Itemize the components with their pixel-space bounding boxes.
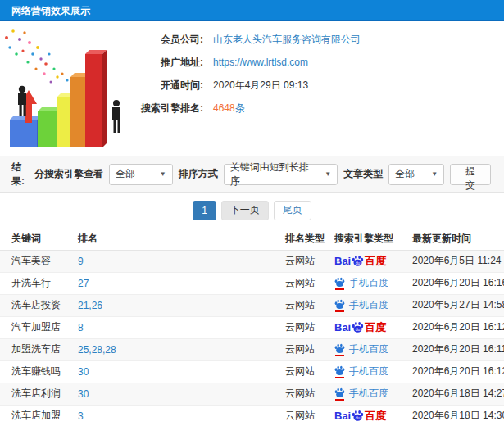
table-header-row: 关键词 排名 排名类型 搜索引擎类型 最新更新时间	[0, 228, 504, 250]
rank-type-cell: 云网站	[285, 338, 334, 360]
col-header-keyword: 关键词	[0, 228, 78, 250]
table-row: 洗车店投资 21,26 云网站 手机百度 2020年5月27日 14:58	[0, 294, 504, 316]
promo-url-link[interactable]: https://www.lrtlsd.com	[213, 57, 308, 68]
rank-type-cell: 云网站	[285, 294, 334, 316]
rank-link[interactable]: 8	[78, 322, 84, 333]
col-header-updated: 最新更新时间	[412, 228, 504, 250]
svg-text:du: du	[356, 327, 361, 332]
baidu-paw-icon	[334, 387, 345, 401]
updated-cell: 2020年6月18日 14:27	[412, 383, 504, 405]
info-row-member: 会员公司: 山东老人头汽车服务咨询有限公司	[139, 28, 504, 51]
rank-type-cell: 云网站	[285, 250, 334, 272]
updated-cell: 2020年6月18日 14:30	[412, 405, 504, 426]
baidu-paw-icon	[334, 365, 345, 378]
engine-rank-label: 搜索引擎排名:	[139, 102, 203, 116]
info-row-open-time: 开通时间: 2020年4月29日 09:13	[139, 74, 504, 97]
mobile-baidu-badge: 手机百度	[334, 298, 388, 312]
chevron-down-icon: ▼	[431, 170, 438, 178]
info-panel: 会员公司: 山东老人头汽车服务咨询有限公司 推广地址: https://www.…	[139, 21, 504, 156]
sort-select[interactable]: 关键词由短到长排序 ▼	[224, 164, 338, 185]
chevron-down-icon: ▼	[160, 170, 166, 178]
filter-controls: 分搜索引擎查看 全部 ▼ 排序方式 关键词由短到长排序 ▼ 文章类型 全部 ▼ …	[34, 164, 493, 185]
baidu-paw-icon	[334, 299, 345, 312]
engine-filter-value: 全部	[116, 167, 135, 181]
keyword-cell: 汽车加盟店	[0, 316, 78, 338]
page-1-button[interactable]: 1	[193, 201, 216, 220]
result-label: 结果:	[11, 161, 34, 188]
engine-filter-select[interactable]: 全部 ▼	[109, 164, 173, 185]
rank-type-cell: 云网站	[285, 272, 334, 294]
baidu-paw-icon: du	[352, 255, 364, 267]
member-company-label: 会员公司:	[139, 33, 203, 47]
keyword-cell: 洗车店投资	[0, 294, 78, 316]
chevron-down-icon: ▼	[325, 170, 331, 178]
rank-link[interactable]: 27	[78, 278, 89, 289]
rank-link[interactable]: 9	[78, 256, 84, 267]
table-row: 洗车店加盟 3 云网站 Baidu百度 2020年6月18日 14:30	[0, 405, 504, 426]
table-row: 开洗车行 27 云网站 手机百度 2020年6月20日 16:16	[0, 272, 504, 294]
rank-link[interactable]: 30	[78, 388, 89, 400]
bar-red	[85, 50, 107, 147]
rank-link[interactable]: 21,26	[78, 300, 102, 311]
rank-link[interactable]: 25,28,28	[78, 344, 116, 356]
mobile-baidu-badge: 手机百度	[334, 342, 388, 356]
engine-filter-label: 分搜索引擎查看	[34, 167, 103, 181]
updated-cell: 2020年6月20日 16:12	[412, 316, 504, 338]
filter-bar: 结果: 分搜索引擎查看 全部 ▼ 排序方式 关键词由短到长排序 ▼ 文章类型 全…	[0, 156, 504, 193]
mobile-baidu-badge: 手机百度	[334, 365, 388, 378]
pagination: 1 下一页 尾页	[0, 193, 504, 228]
baidu-paw-icon	[334, 277, 345, 290]
updated-cell: 2020年6月20日 16:12	[412, 360, 504, 383]
article-type-select[interactable]: 全部 ▼	[388, 164, 444, 185]
results-table: 关键词 排名 排名类型 搜索引擎类型 最新更新时间 汽车美容 9 云网站 Bai…	[0, 228, 504, 426]
rank-type-cell: 云网站	[285, 383, 334, 405]
engine-rank-unit: 条	[235, 102, 245, 114]
rank-link[interactable]: 3	[78, 410, 84, 422]
next-page-button[interactable]: 下一页	[221, 201, 269, 220]
table-row: 洗车赚钱吗 30 云网站 手机百度 2020年6月20日 16:12	[0, 360, 504, 383]
rank-type-cell: 云网站	[285, 360, 334, 383]
engine-rank-count: 4648	[213, 102, 235, 114]
sort-label: 排序方式	[179, 167, 218, 181]
col-header-rank-type: 排名类型	[285, 228, 334, 250]
svg-text:du: du	[356, 415, 361, 420]
svg-text:du: du	[356, 261, 361, 265]
col-header-engine-type: 搜索引擎类型	[334, 228, 412, 250]
baidu-paw-icon: du	[352, 321, 364, 333]
sort-value: 关键词由短到长排序	[230, 161, 319, 188]
last-page-button[interactable]: 尾页	[274, 201, 311, 220]
person-left	[18, 86, 26, 116]
updated-cell: 2020年6月20日 16:11	[412, 338, 504, 360]
baidu-logo: Baidu百度	[334, 321, 386, 333]
member-company-link[interactable]: 山东老人头汽车服务咨询有限公司	[213, 34, 361, 45]
submit-button[interactable]: 提交	[450, 164, 491, 185]
table-row: 汽车加盟店 8 云网站 Baidu百度 2020年6月20日 16:12	[0, 316, 504, 338]
open-time-label: 开通时间:	[139, 79, 203, 93]
mobile-baidu-badge: 手机百度	[334, 276, 388, 290]
open-time-value: 2020年4月29日 09:13	[213, 79, 308, 93]
rank-link[interactable]: 30	[78, 366, 89, 378]
mobile-baidu-badge: 手机百度	[334, 387, 388, 401]
info-row-site: 推广地址: https://www.lrtlsd.com	[139, 51, 504, 74]
keyword-cell: 汽车美容	[0, 250, 78, 272]
updated-cell: 2020年6月20日 16:16	[412, 272, 504, 294]
article-type-value: 全部	[395, 167, 415, 181]
promo-url-label: 推广地址:	[139, 56, 203, 70]
table-row: 汽车美容 9 云网站 Baidu百度 2020年6月5日 11:24	[0, 250, 504, 272]
keyword-cell: 洗车店利润	[0, 383, 78, 405]
bar-chart-illustration	[0, 21, 139, 152]
updated-cell: 2020年5月27日 14:58	[412, 294, 504, 316]
baidu-paw-icon: du	[352, 410, 364, 422]
rank-type-cell: 云网站	[285, 316, 334, 338]
baidu-logo: Baidu百度	[334, 255, 386, 267]
app-header: 网络营销效果展示	[0, 0, 504, 21]
confetti-dots	[5, 29, 74, 86]
info-row-engine-rank: 搜索引擎排名: 4648条	[139, 97, 504, 120]
updated-cell: 2020年6月5日 11:24	[412, 250, 504, 272]
table-row: 加盟洗车店 25,28,28 云网站 手机百度 2020年6月20日 16:11	[0, 338, 504, 360]
baidu-paw-icon	[334, 343, 345, 356]
page-title: 网络营销效果展示	[11, 5, 90, 16]
info-section: 会员公司: 山东老人头汽车服务咨询有限公司 推广地址: https://www.…	[0, 21, 504, 156]
col-header-rank: 排名	[78, 228, 285, 250]
table-row: 洗车店利润 30 云网站 手机百度 2020年6月18日 14:27	[0, 383, 504, 405]
